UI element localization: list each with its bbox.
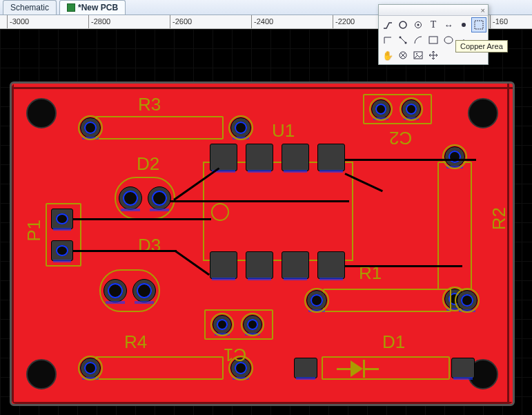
tool-text[interactable]: T (426, 17, 441, 32)
tool-hole[interactable] (456, 17, 471, 32)
pad-u1-3[interactable] (282, 144, 309, 171)
ruler-tick: -160 (490, 15, 508, 28)
pad-d1-k[interactable] (451, 358, 475, 378)
mount-hole[interactable] (26, 359, 57, 389)
pad-r1-1[interactable] (306, 290, 327, 311)
ruler-tick: -3000 (7, 15, 29, 28)
mount-hole[interactable] (26, 98, 57, 128)
pcb-tools-palette[interactable]: × T ↔ ✋ (378, 4, 489, 65)
svg-point-0 (400, 21, 406, 28)
tab-pcb-label: *New PCB (78, 3, 118, 12)
tool-image[interactable] (411, 48, 426, 63)
tool-no-connect[interactable] (395, 48, 411, 63)
pad-r1-2[interactable] (457, 290, 477, 311)
pad-u1-4[interactable] (317, 144, 345, 171)
tool-via[interactable] (411, 17, 426, 32)
pcb-doc-icon (67, 3, 75, 12)
pad-c2-1[interactable] (371, 99, 391, 119)
pad-u1-6[interactable] (246, 251, 273, 279)
tool-ruler[interactable]: ↔ (441, 17, 456, 32)
tab-schematic-label: Schematic (10, 3, 49, 12)
tool-dimension[interactable] (395, 32, 411, 48)
tool-pan[interactable]: ✋ (380, 48, 395, 63)
pad-d2-1[interactable] (119, 186, 142, 210)
svg-point-3 (462, 23, 466, 27)
tool-pad-round[interactable] (395, 17, 411, 32)
pcb-canvas[interactable]: P1 R3 C2 D2 D3 U1 (0, 29, 532, 415)
tool-group-move[interactable] (426, 48, 441, 63)
pcb-board[interactable]: P1 R3 C2 D2 D3 U1 (10, 81, 515, 406)
tool-rect[interactable] (426, 32, 441, 48)
pad-r3-2[interactable] (230, 117, 251, 138)
pad-r4-1[interactable] (80, 358, 101, 378)
pad-r2-1[interactable] (444, 146, 465, 167)
pad-u1-8[interactable] (317, 251, 345, 279)
pad-r3-1[interactable] (80, 117, 101, 138)
tooltip-copper-area: Copper Area (455, 40, 508, 52)
pad-c1-2[interactable] (243, 315, 262, 334)
pad-d2-2[interactable] (148, 186, 171, 210)
svg-point-2 (417, 24, 420, 26)
pad-p1-2[interactable] (51, 240, 73, 261)
tool-track[interactable] (380, 17, 395, 32)
pad-u1-5[interactable] (210, 251, 237, 279)
u1-pin1-notch (211, 203, 229, 221)
svg-point-6 (405, 42, 407, 44)
pad-p1-1[interactable] (51, 209, 73, 229)
pad-u1-1[interactable] (210, 144, 237, 171)
close-icon[interactable]: × (481, 6, 485, 15)
tool-copper-area[interactable] (471, 17, 486, 32)
svg-rect-4 (475, 21, 483, 29)
pad-u1-2[interactable] (246, 144, 273, 171)
svg-point-5 (400, 37, 402, 39)
svg-rect-7 (429, 37, 437, 44)
pad-u1-7[interactable] (282, 251, 309, 279)
tool-arc[interactable] (411, 32, 426, 48)
tab-new-pcb[interactable]: *New PCB (59, 0, 126, 15)
mount-hole[interactable] (468, 98, 498, 128)
pad-r4-2[interactable] (230, 358, 251, 378)
pad-d1-a[interactable] (294, 358, 317, 378)
ruler-tick: -2800 (88, 15, 110, 28)
svg-point-14 (416, 53, 417, 55)
ruler-tick: -2200 (333, 15, 355, 28)
pad-c1-1[interactable] (213, 315, 232, 334)
palette-titlebar[interactable]: × (379, 5, 488, 16)
ruler-tick: -2600 (170, 15, 192, 28)
ruler-tick: -2400 (251, 15, 273, 28)
pad-d3-1[interactable] (104, 279, 127, 302)
tool-polyline[interactable] (380, 32, 395, 48)
pad-d3-2[interactable] (132, 279, 156, 302)
tool-ellipse[interactable] (441, 32, 456, 48)
tab-schematic[interactable]: Schematic (3, 0, 57, 15)
svg-point-8 (444, 37, 453, 44)
pad-c2-2[interactable] (402, 99, 421, 119)
